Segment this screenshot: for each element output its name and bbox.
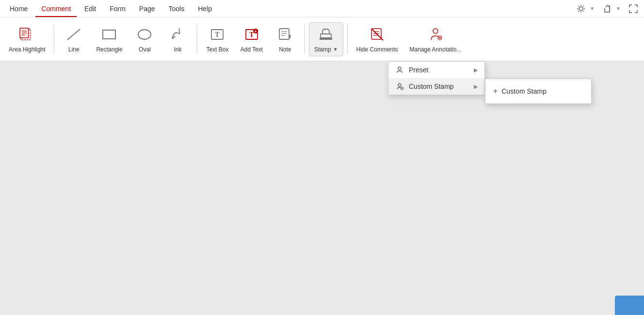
toolbar-add-text[interactable]: T + Add Text (235, 23, 267, 56)
plus-icon: + (493, 87, 498, 96)
line-label: Line (68, 46, 80, 53)
stamp-dropdown-arrow-icon: ▼ (333, 47, 338, 52)
toolbar-area-highlight[interactable]: Area Highlight (4, 23, 50, 56)
svg-rect-29 (320, 38, 332, 40)
divider-2 (197, 25, 197, 54)
svg-rect-15 (103, 30, 115, 39)
share-arrow[interactable]: ▼ (616, 6, 621, 11)
custom-stamp-arrow-icon: ▶ (474, 83, 478, 90)
note-label: Note (279, 46, 291, 53)
toolbar-rectangle[interactable]: Rectangle (91, 23, 127, 56)
menu-help[interactable]: Help (192, 3, 218, 15)
svg-point-16 (138, 30, 151, 39)
preset-label: Preset (409, 66, 428, 74)
toolbar: Area Highlight Line Rectangle Oval (0, 17, 644, 61)
toolbar-hide-comments[interactable]: Hide Comments (352, 23, 403, 56)
dropdown-custom-stamp[interactable]: Custom Stamp ▶ (388, 78, 484, 95)
stamp-icon (317, 26, 335, 43)
blue-element (615, 296, 644, 315)
share-icon[interactable] (600, 2, 614, 16)
menu-form[interactable]: Form (104, 3, 131, 15)
svg-point-35 (433, 29, 438, 33)
oval-label: Oval (139, 46, 151, 53)
toolbar-line[interactable]: Line (58, 23, 89, 56)
menu-tools[interactable]: Tools (163, 3, 191, 15)
toolbar-oval[interactable]: Oval (129, 23, 160, 56)
svg-text:+: + (254, 29, 257, 33)
custom-stamp-label: Custom Stamp (409, 83, 454, 90)
ink-label: Ink (174, 46, 181, 53)
ink-icon (169, 26, 186, 43)
rectangle-label: Rectangle (96, 46, 122, 53)
brightness-arrow[interactable]: ▼ (590, 6, 595, 11)
toolbar-ink[interactable]: Ink (162, 23, 193, 56)
manage-annotations-icon (427, 26, 444, 43)
add-text-icon: T + (243, 26, 260, 43)
toolbar-manage-annotations[interactable]: Manage Annotatio... (405, 23, 467, 56)
menu-comment[interactable]: Comment (35, 3, 77, 15)
stamp-label: Stamp (314, 46, 331, 53)
menu-bar-right: ▼ ▼ (574, 2, 640, 16)
svg-line-6 (583, 11, 584, 11)
svg-line-14 (67, 29, 80, 40)
toolbar-text-box[interactable]: T Text Box (201, 23, 233, 56)
note-icon (276, 26, 294, 43)
hide-comments-label: Hide Comments (356, 46, 398, 53)
add-custom-stamp-item[interactable]: + Custom Stamp (485, 83, 591, 99)
svg-line-8 (578, 11, 579, 11)
rectangle-icon (100, 26, 118, 43)
toolbar-note[interactable]: Note (270, 23, 301, 56)
svg-point-39 (398, 67, 401, 70)
hide-comments-icon (369, 26, 386, 43)
area-highlight-label: Area Highlight (9, 46, 45, 53)
preset-arrow-icon: ▶ (474, 67, 478, 73)
line-icon (65, 26, 82, 43)
custom-stamp-icon (395, 82, 404, 91)
oval-icon (136, 26, 153, 43)
svg-line-5 (578, 6, 579, 6)
area-highlight-icon (18, 26, 36, 43)
fullscreen-icon[interactable] (627, 2, 640, 16)
custom-stamp-submenu: + Custom Stamp (485, 79, 592, 104)
svg-rect-23 (279, 29, 289, 39)
text-box-icon: T (209, 26, 226, 43)
stamp-dropdown-menu: Preset ▶ Custom Stamp ▶ (388, 61, 485, 95)
svg-rect-28 (321, 34, 331, 38)
preset-icon (395, 66, 404, 74)
dropdown-preset[interactable]: Preset ▶ (388, 62, 484, 78)
add-custom-stamp-label: Custom Stamp (501, 87, 547, 95)
text-box-label: Text Box (206, 46, 228, 53)
brightness-icon[interactable] (574, 2, 588, 16)
stamp-btn-inner: Stamp ▼ (314, 46, 338, 53)
menu-edit[interactable]: Edit (79, 3, 102, 15)
toolbar-stamp[interactable]: Stamp ▼ (309, 22, 343, 56)
divider-4 (347, 25, 348, 54)
svg-point-40 (398, 83, 401, 86)
manage-annotations-label: Manage Annotatio... (410, 46, 462, 53)
svg-text:T: T (215, 31, 220, 38)
divider-3 (305, 25, 305, 54)
menu-page[interactable]: Page (133, 3, 161, 15)
svg-line-7 (583, 6, 584, 6)
svg-point-0 (579, 7, 583, 11)
menu-bar: Home Comment Edit Form Page Tools Help ▼ (0, 0, 644, 17)
stamp-dropdown-container: Preset ▶ Custom Stamp ▶ + Custom Stamp (388, 61, 485, 95)
divider-1 (54, 25, 54, 54)
menu-home[interactable]: Home (4, 3, 33, 15)
add-text-label: Add Text (240, 46, 262, 53)
